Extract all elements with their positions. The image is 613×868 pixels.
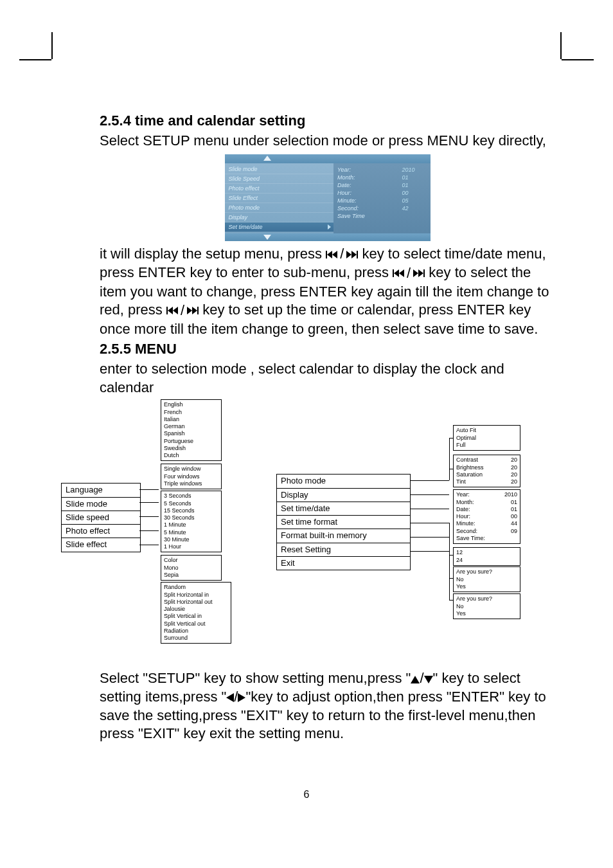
setup-item: Slide Effect	[225, 194, 333, 203]
kv-val: 01	[402, 182, 427, 188]
setup-item: Slide Speed	[225, 174, 333, 184]
kv-val: 00	[402, 190, 427, 196]
page-number: 6	[0, 789, 613, 800]
connector	[411, 523, 449, 523]
page: 2.5.4 time and calendar setting Select S…	[0, 0, 613, 868]
prev-icon	[393, 269, 404, 277]
menu-box: Slide effect	[61, 538, 141, 552]
connector	[139, 489, 159, 490]
photoeffect-box: Color Mono Sepia	[161, 555, 222, 581]
prev-next-icons: /	[393, 264, 425, 283]
setup-screenshot: Slide mode Slide Speed Photo effect Slid…	[225, 154, 431, 241]
slidespeed-box: 3 Seconds 5 Seconds 15 Seconds 30 Second…	[161, 491, 222, 552]
connector	[139, 516, 159, 517]
down-triangle-icon	[424, 676, 433, 683]
kv-key: Minute:	[337, 197, 357, 204]
crop-mark	[51, 32, 53, 59]
down-arrow-icon	[263, 235, 271, 240]
setup-item: Photo mode	[225, 203, 333, 213]
kv-val	[402, 213, 427, 219]
connector	[449, 438, 450, 480]
setup-item: Display	[225, 213, 333, 222]
section-heading: 2.5.4 time and calendar setting	[100, 113, 555, 129]
setup-item: Photo effect	[225, 184, 333, 194]
next-icon	[413, 269, 425, 277]
photomode-box: Auto Fit Optimal Full	[453, 425, 520, 451]
menu-diagram: Language Slide mode Slide speed Photo ef…	[100, 399, 555, 669]
crop-mark	[19, 59, 51, 60]
connector	[411, 537, 449, 538]
connector	[411, 494, 449, 495]
crop-mark	[560, 32, 562, 59]
connector	[411, 509, 449, 509]
slideeffect-box: Random Split Horizontal in Split Horizon…	[161, 582, 231, 644]
crop-mark	[562, 59, 594, 60]
up-triangle-icon	[411, 676, 420, 683]
setup-top-bar	[225, 154, 431, 163]
connector	[449, 438, 453, 439]
connector	[449, 578, 453, 579]
connector	[449, 523, 450, 600]
kv-val: 01	[402, 174, 427, 181]
setup-right-values: Year:2010 Month:01 Date:01 Hour:00 Minut…	[333, 163, 431, 233]
menu-box: Language	[61, 483, 141, 497]
kv-key: Month:	[337, 174, 355, 181]
connector	[449, 555, 453, 556]
connector	[139, 502, 159, 503]
connector	[449, 469, 453, 469]
kv-key: Hour:	[337, 190, 351, 196]
center-stack: Photo mode Display Set time/date Set tim…	[276, 474, 411, 570]
prev-icon	[326, 251, 337, 258]
setup-item: Slide mode	[225, 165, 333, 174]
up-arrow-icon	[263, 156, 271, 161]
display-box: Contrast20 Brightness20 Saturation20 Tin…	[453, 455, 520, 487]
connector	[411, 551, 449, 552]
kv-key: Second:	[337, 205, 359, 212]
kv-key: Year:	[337, 167, 351, 173]
languages-box: English French Italian German Spanish Po…	[161, 399, 222, 461]
prev-next-icons: /	[166, 302, 199, 320]
kv-key: Save Time	[337, 213, 365, 219]
connector	[411, 480, 449, 481]
setup-left-list: Slide mode Slide Speed Photo effect Slid…	[225, 163, 333, 233]
slidemode-box: Single window Four windows Triple window…	[161, 464, 222, 489]
menu-box: Set time format	[276, 515, 411, 529]
connector	[139, 530, 159, 531]
kv-key: Date:	[337, 182, 351, 188]
connector	[139, 545, 159, 545]
section-heading: 2.5.5 MENU	[100, 341, 555, 357]
menu-box: Slide mode	[61, 497, 141, 511]
body-text: it will display the setup menu, press / …	[100, 245, 555, 339]
left-triangle-icon	[226, 693, 234, 702]
menu-box: Reset Setting	[276, 543, 411, 557]
timeformat-box: 12 24	[453, 547, 520, 566]
confirm-box: Are you sure? No Yes	[453, 566, 520, 592]
menu-box: Exit	[276, 556, 411, 570]
menu-box: Set time/date	[276, 502, 411, 516]
timedate-box: Year:2010 Month:01 Date:01 Hour:00 Minut…	[453, 489, 520, 544]
kv-val: 05	[402, 197, 427, 204]
menu-box: Format built-in memory	[276, 529, 411, 543]
menu-box: Photo effect	[61, 524, 141, 538]
right-triangle-icon	[238, 693, 245, 702]
confirm-box: Are you sure? No Yes	[453, 593, 520, 619]
setup-bottom-bar	[225, 233, 431, 241]
connector	[449, 600, 453, 601]
body-text: enter to selection mode , select calenda…	[100, 360, 555, 397]
menu-box: Slide speed	[61, 511, 141, 525]
body-text: Select "SETUP" key to show setting menu,…	[100, 669, 555, 743]
next-icon	[346, 251, 358, 258]
setup-item-selected: Set time/date	[225, 222, 333, 232]
menu-box: Display	[276, 488, 411, 502]
kv-val: 2010	[402, 167, 427, 173]
prev-icon	[166, 307, 178, 314]
prev-next-icons: /	[326, 245, 358, 264]
body-text: Select SETUP menu under selection mode o…	[100, 132, 555, 150]
menu-box: Photo mode	[276, 474, 411, 488]
left-stack: Language Slide mode Slide speed Photo ef…	[61, 483, 141, 552]
next-icon	[187, 307, 199, 314]
kv-val: 42	[402, 205, 427, 212]
